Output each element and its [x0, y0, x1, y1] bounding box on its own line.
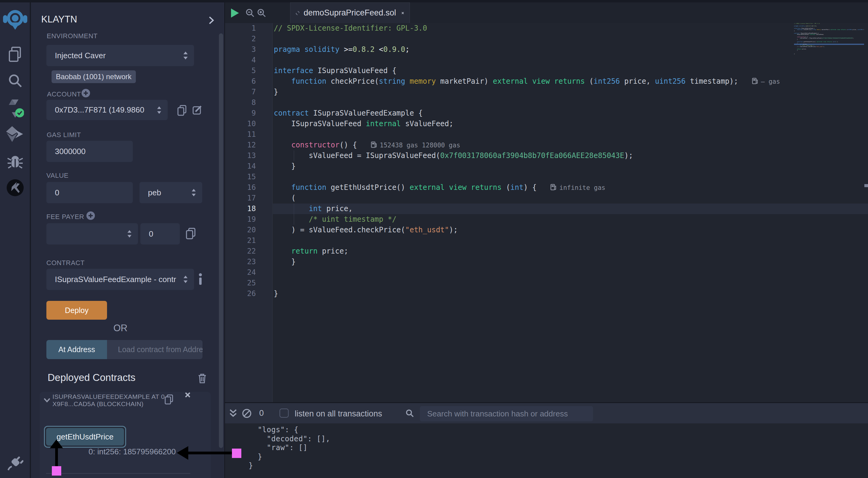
terminal-search-input[interactable] [420, 406, 593, 421]
value-input[interactable] [46, 182, 133, 203]
line-number: 25 [225, 278, 272, 289]
line-number: 18 [225, 204, 272, 214]
code-line: } [273, 257, 868, 267]
edit-account-icon[interactable] [192, 105, 202, 117]
close-tab-icon[interactable] [401, 10, 404, 16]
copy-fee-payer-icon[interactable] [186, 228, 195, 241]
gas-estimate: – gas [752, 78, 780, 85]
add-account-icon[interactable] [81, 89, 90, 99]
code-line [273, 235, 868, 246]
icon-rail [0, 2, 30, 478]
code-token: < [379, 45, 383, 54]
debugger-icon[interactable] [0, 153, 30, 169]
panel-scrollbar[interactable] [219, 33, 223, 448]
minimap-line: function checkPrice(string memory market… [794, 29, 864, 30]
indent-guide [294, 214, 294, 225]
deploy-button[interactable]: Deploy [46, 301, 107, 320]
code-token: contract [274, 109, 309, 117]
line-number: 26 [225, 289, 272, 299]
fee-payer-select[interactable] [46, 223, 138, 244]
line-number: 1 [225, 23, 272, 34]
code-line [273, 278, 868, 289]
plugin-manager-icon[interactable] [0, 455, 30, 471]
contract-info-icon[interactable] [198, 273, 203, 286]
or-label: OR [114, 323, 128, 334]
select-spinner-icon [157, 106, 162, 114]
code-token [405, 77, 409, 86]
zoom-in-icon[interactable] [257, 8, 266, 19]
close-contract-icon[interactable] [185, 392, 191, 399]
contract-select[interactable]: ISupraSValueFeedExample - contr [46, 269, 194, 290]
run-script-icon[interactable] [230, 8, 240, 20]
fee-payer-amount-input[interactable] [141, 223, 180, 244]
code-token: internal [366, 119, 401, 128]
value-unit-select[interactable]: peb [140, 182, 202, 203]
gas-limit-input[interactable] [46, 141, 133, 162]
terminal-log-line: } [249, 461, 330, 471]
at-address-input[interactable] [107, 340, 203, 359]
clear-console-icon[interactable] [242, 409, 252, 419]
transaction-count: 0 [259, 409, 264, 418]
code-token: external view returns [493, 77, 585, 86]
clear-deployed-icon[interactable] [198, 373, 207, 385]
search-icon[interactable] [0, 73, 30, 89]
account-value: 0x7D3...7F871 (149.9860 [55, 105, 157, 115]
at-address-button[interactable]: At Address [46, 340, 107, 359]
deploy-run-icon[interactable] [0, 126, 30, 142]
line-number: 23 [225, 257, 272, 267]
code-token: memory [410, 77, 436, 86]
code-line [273, 34, 868, 44]
card-divider [46, 473, 190, 474]
code-line [273, 97, 868, 108]
code-token: price; [318, 247, 348, 256]
environment-select[interactable]: Injected Caver [46, 45, 194, 66]
account-select[interactable]: 0x7D3...7F871 (149.9860 [46, 100, 168, 120]
code-line: contract ISupraSValueFeedExample { [273, 108, 868, 119]
collapse-panel-icon[interactable] [208, 16, 215, 26]
line-number: 7 [225, 87, 272, 97]
zoom-out-icon[interactable] [246, 8, 255, 19]
code-line: // SPDX-License-Identifier: GPL-3.0 [273, 23, 868, 34]
editor-minimap[interactable]: // SPDX-License-Identifier: GPL-3.0pragm… [794, 23, 864, 56]
code-token: /* uint timestamp */ [274, 215, 397, 223]
fee-payer-label: FEE PAYER [46, 213, 84, 221]
select-spinner-icon [127, 230, 132, 238]
code-token: 0.8.2 [352, 45, 374, 54]
gas-estimate: infinite gas [550, 184, 606, 191]
expand-contract-icon[interactable] [43, 397, 51, 404]
get-eth-usdt-price-button[interactable]: getEthUsdtPrice [46, 428, 124, 446]
code-editor[interactable]: 1234567891011121314151617181920212223242… [225, 23, 868, 402]
terminal-log-line: "logs": { [249, 425, 330, 435]
line-number: 8 [225, 97, 272, 108]
line-number: 19 [225, 214, 272, 225]
solidity-compiler-icon[interactable] [0, 99, 30, 118]
code-line: } [273, 161, 868, 172]
code-token: function [291, 183, 327, 192]
add-fee-payer-icon[interactable] [86, 211, 95, 221]
value-label: VALUE [46, 172, 68, 180]
code-line: constructor() {152438 gas 128000 gas [273, 140, 868, 150]
code-token: int [309, 204, 322, 213]
listen-checkbox[interactable] [280, 409, 289, 418]
line-number: 3 [225, 44, 272, 55]
code-token: ; [405, 45, 410, 54]
code-token: ISupraSValueFeed { [313, 66, 397, 75]
expand-terminal-icon[interactable] [229, 409, 237, 419]
file-explorer-icon[interactable] [0, 46, 30, 62]
indent-guide [294, 150, 294, 161]
code-token: interface [274, 66, 313, 75]
code-line [273, 172, 868, 182]
copy-account-icon[interactable] [177, 105, 186, 117]
code-token: pragma solidity [274, 45, 340, 54]
code-token: getEthUsdtPrice() [326, 183, 410, 192]
klaytn-plugin-icon[interactable] [0, 179, 30, 197]
contract-label: CONTRACT [46, 259, 85, 267]
tab-label: demoSupraPriceFeed.sol [304, 8, 396, 18]
method-result: 0: int256: 185795966200 [89, 447, 176, 456]
indent-guide [294, 204, 294, 214]
tab-demo-supra-price-feed[interactable]: demoSupraPriceFeed.sol [290, 2, 410, 23]
line-number: 21 [225, 235, 272, 246]
gas-estimate: 152438 gas 128000 gas [371, 142, 461, 149]
copy-contract-icon[interactable] [165, 394, 173, 406]
code-token: 0x7f003178060af3904b8b70fEa066AEE28e8504… [440, 151, 624, 160]
